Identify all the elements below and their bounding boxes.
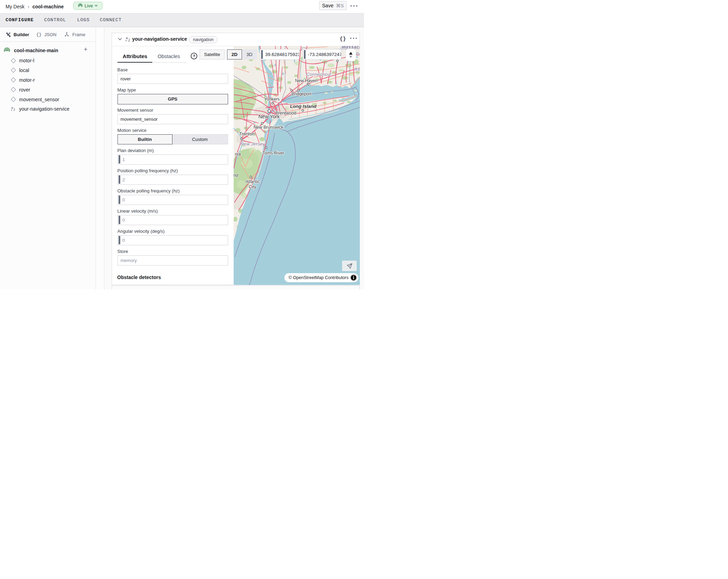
svg-text:?: ? — [193, 54, 195, 58]
svg-text:New Brunswick: New Brunswick — [253, 125, 283, 130]
svg-text:Rhod: Rhod — [354, 67, 360, 72]
svg-text:Massacl: Massacl — [342, 46, 360, 49]
svg-text:New York: New York — [258, 114, 280, 119]
svg-text:Bridgeport: Bridgeport — [291, 92, 312, 96]
svg-text:Connecticut: Connecticut — [306, 72, 331, 77]
svg-text:Trenton: Trenton — [239, 131, 254, 136]
svg-text:Pro: Pro — [356, 52, 360, 57]
svg-text:City: City — [249, 184, 256, 189]
svg-text:nia: nia — [235, 152, 241, 157]
svg-text:New Jersey: New Jersey — [241, 142, 265, 146]
svg-text:nd: nd — [234, 173, 238, 178]
svg-text:Yonkers: Yonkers — [264, 97, 280, 102]
svg-text:New Haven: New Haven — [295, 78, 318, 83]
svg-text:Atlantic: Atlantic — [246, 179, 260, 184]
svg-text:Toms River: Toms River — [262, 151, 284, 156]
svg-text:Long Island: Long Island — [290, 104, 317, 109]
